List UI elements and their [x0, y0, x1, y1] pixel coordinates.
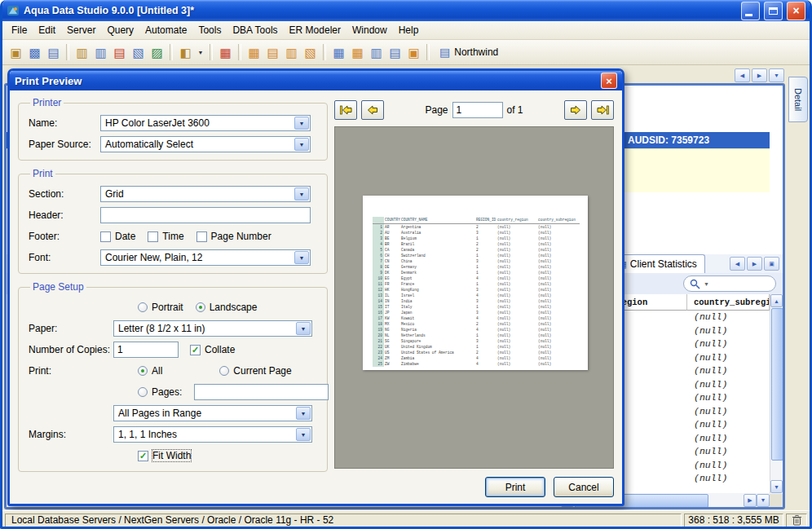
form-view-icon[interactable]: ▧ [301, 43, 320, 62]
import-data-icon[interactable]: ▥ [73, 43, 91, 62]
register-server-icon[interactable]: ▣ [7, 43, 25, 62]
export-data-icon[interactable]: ▥ [91, 43, 110, 62]
detail-dock-tab[interactable]: Detail [788, 77, 808, 122]
menu-item-tools[interactable]: Tools [192, 22, 227, 38]
format-results-icon[interactable]: ▦ [216, 43, 235, 62]
toolbar-separator [66, 44, 69, 60]
page-range-select[interactable]: All Pages in Range ▼ [113, 405, 312, 421]
chevron-down-icon[interactable]: ▼ [296, 428, 311, 441]
footer-date-checkbox[interactable]: Date [100, 231, 135, 242]
print-button[interactable]: Print [485, 477, 545, 497]
visual-editing-icon[interactable]: ▨ [148, 43, 166, 62]
pages-input[interactable] [194, 384, 329, 400]
preview-table-row: 7CNChina3(null)(null) [373, 258, 580, 264]
text-results-icon[interactable]: ▤ [263, 43, 282, 62]
scroll-down-icon[interactable]: ▼ [770, 480, 783, 493]
menu-item-query[interactable]: Query [101, 22, 139, 38]
chevron-down-icon[interactable]: ▼ [294, 117, 309, 130]
margins-select[interactable]: 1, 1, 1 Inches ▼ [113, 426, 312, 443]
table-insert-icon[interactable]: ▦ [348, 43, 367, 62]
database-icon: ▤ [439, 46, 450, 59]
menu-item-edit[interactable]: Edit [33, 22, 61, 38]
toolbar: ▣▩▤▥▥▤▧▨◧▼▦▦▤▥▧▦▦▥▤▣ ▤ Northwind [2, 40, 810, 65]
next-page-button[interactable] [564, 100, 587, 120]
paper-source-label: Paper Source: [29, 139, 100, 150]
chevron-down-icon[interactable]: ▼ [294, 138, 309, 151]
current-page-radio[interactable]: Current Page [219, 365, 291, 377]
maximize-button[interactable] [764, 2, 783, 20]
pivot-grid-icon[interactable]: ▥ [282, 43, 301, 62]
menu-item-help[interactable]: Help [393, 22, 425, 38]
trash-icon[interactable] [786, 514, 807, 527]
fit-width-checkbox[interactable]: Fit Width [138, 450, 191, 461]
landscape-radio[interactable]: Landscape [196, 302, 258, 313]
close-button[interactable]: × [787, 2, 805, 20]
paper-source-select[interactable]: Automatically Select ▼ [100, 136, 311, 152]
preview-table: COUNTRY_IDCOUNTRY_NAMEREGION_IDcountry_r… [373, 217, 580, 367]
preview-table-row: 16JPJapan3(null)(null) [373, 310, 580, 315]
doc-tab-scroll-right-icon[interactable]: ▶ [752, 68, 767, 82]
table-update-icon[interactable]: ▥ [367, 43, 386, 62]
table-data-icon[interactable]: ▦ [329, 43, 348, 62]
chevron-down-icon[interactable]: ▼ [296, 407, 311, 420]
menu-item-file[interactable]: File [6, 22, 33, 38]
menu-item-server[interactable]: Server [61, 22, 101, 38]
doc-tab-scroll-left-icon[interactable]: ◀ [735, 68, 750, 82]
syntax-style-icon[interactable]: ◧ [176, 43, 195, 62]
portrait-radio[interactable]: Portrait [138, 302, 183, 313]
doc-tab-list-icon[interactable]: ▼ [769, 68, 784, 82]
er-diagram-icon[interactable]: ▧ [129, 43, 148, 62]
header-input[interactable] [100, 207, 311, 223]
last-page-button[interactable] [591, 100, 614, 120]
grid-vertical-scrollbar[interactable]: ▲ ▼ [770, 294, 783, 493]
margins-value: 1, 1, 1 Inches [118, 429, 177, 440]
minimize-button[interactable] [741, 2, 760, 20]
printer-group-label: Printer [30, 97, 64, 108]
tab-detach-icon[interactable]: ▣ [764, 257, 779, 271]
menu-item-dba-tools[interactable]: DBA Tools [227, 22, 283, 38]
copies-input[interactable] [113, 342, 179, 358]
tab-scroll-right-icon[interactable]: ▶ [747, 257, 762, 271]
table-filter-icon[interactable]: ▣ [404, 43, 423, 62]
page-number-input[interactable] [452, 102, 503, 118]
all-radio[interactable]: All [138, 365, 162, 377]
search-input[interactable]: ▼ [683, 276, 776, 292]
menu-item-window[interactable]: Window [346, 22, 393, 38]
database-selector[interactable]: ▤ Northwind [439, 46, 498, 59]
chevron-down-icon[interactable]: ▼ [296, 322, 311, 335]
printer-name-select[interactable]: HP Color LaserJet 3600 ▼ [100, 115, 311, 131]
footer-time-checkbox[interactable]: Time [148, 231, 183, 242]
server-properties-icon[interactable]: ▩ [25, 43, 44, 62]
scrollbar-corner [770, 494, 783, 507]
first-page-button[interactable] [334, 100, 357, 120]
title-bar[interactable]: Aqua Data Studio 9.0.0 [Untitled 3]* × [2, 0, 810, 21]
chevron-down-icon[interactable]: ▼ [294, 251, 309, 264]
vertical-scroll-thumb[interactable] [771, 308, 783, 461]
style-dropdown-icon[interactable]: ▼ [195, 43, 206, 62]
search-options-chevron-icon[interactable]: ▼ [704, 281, 709, 287]
cancel-button[interactable]: Cancel [554, 477, 614, 497]
grid-results-icon[interactable]: ▦ [245, 43, 263, 62]
font-select[interactable]: Courier New, Plain, 12 ▼ [100, 249, 311, 266]
section-select[interactable]: Grid ▼ [100, 186, 311, 202]
paper-source-value: Automatically Select [105, 139, 193, 150]
footer-page-number-checkbox[interactable]: Page Number [196, 231, 271, 242]
pages-radio[interactable]: Pages: [138, 386, 182, 398]
menu-item-er-modeler[interactable]: ER Modeler [284, 22, 346, 38]
dialog-close-button[interactable]: × [601, 73, 617, 89]
tab-scroll-left-icon[interactable]: ◀ [730, 257, 745, 271]
schema-script-icon[interactable]: ▤ [110, 43, 129, 62]
paper-select[interactable]: Letter (8 1/2 x 11 in) ▼ [113, 320, 312, 337]
previous-page-button[interactable] [361, 100, 384, 120]
table-delete-icon[interactable]: ▤ [386, 43, 404, 62]
new-query-window-icon[interactable]: ▤ [44, 43, 63, 62]
collate-checkbox[interactable]: Collate [190, 344, 235, 355]
column-header-country-subregion[interactable]: country_subregion [687, 294, 770, 311]
scroll-up-icon[interactable]: ▲ [770, 294, 783, 307]
scroll-right-icon[interactable]: ▶ [744, 494, 757, 507]
menu-item-automate[interactable]: Automate [139, 22, 192, 38]
column-list-icon[interactable]: ▼ [757, 494, 770, 507]
document-tab-scroller: ◀ ▶ ▼ [735, 68, 784, 82]
chevron-down-icon[interactable]: ▼ [294, 187, 309, 201]
dialog-title-bar[interactable]: Print Preview × [10, 71, 622, 90]
